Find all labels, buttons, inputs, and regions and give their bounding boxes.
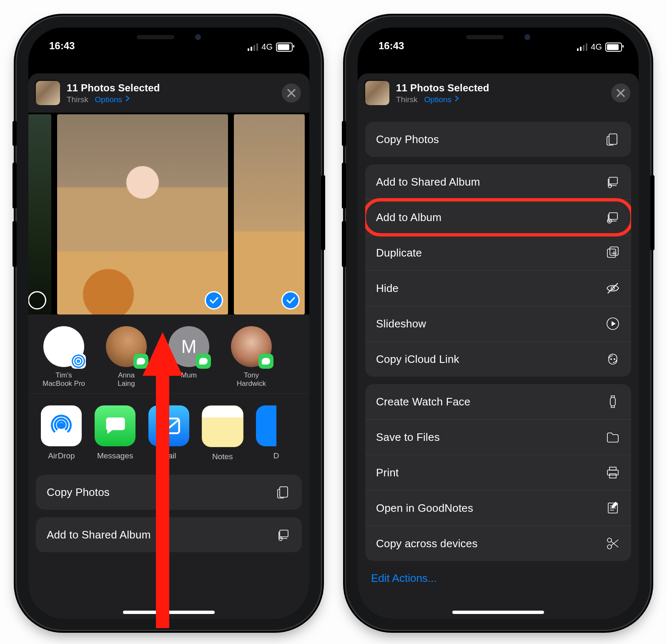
share-title: 11 Photos Selected [67,82,275,94]
contact-anna-laing[interactable]: AnnaLaing [102,326,151,387]
action-label: Duplicate [376,247,422,259]
share-location: Thirsk [67,95,88,104]
action-label: Print [376,466,399,479]
phone-right: 16:43 4G 11 Photos Selected Thirsk [346,17,650,630]
action-label: Open in GoodNotes [376,502,473,515]
battery-icon [276,43,293,52]
contact-tim-s-macbook-pro[interactable]: Tim'sMacBook Pro [39,326,88,387]
action-add-to-shared-album[interactable]: Add to Shared Album [365,164,631,199]
contact-mum[interactable]: M Mum [164,326,213,387]
action-label: Slideshow [376,317,426,330]
avatar [43,326,84,367]
app-label: Messages [93,451,138,460]
hide-icon [605,281,620,296]
photo-thumb[interactable] [28,114,51,314]
status-time: 16:43 [49,40,75,52]
action-copy-photos[interactable]: Copy Photos [365,122,631,157]
share-header: 11 Photos Selected Thirsk Options [358,73,639,113]
folder-icon [605,430,620,445]
status-time: 16:43 [379,40,404,52]
share-apps-row[interactable]: AirDrop Messages Mail Notes D [28,393,309,467]
messages-badge-icon [133,354,148,369]
close-button[interactable] [282,83,301,103]
app-notes[interactable]: Notes [200,405,245,461]
copy-icon [276,485,291,500]
signal-icon [577,43,587,51]
action-hide[interactable]: Hide [365,270,631,306]
action-add-to-shared-album[interactable]: Add to Shared Album [36,517,302,552]
header-thumb [36,81,60,105]
contact-tony-hardwick[interactable]: TonyHardwick [227,326,276,387]
action-open-in-goodnotes[interactable]: Open in GoodNotes [365,490,631,526]
note-icon [605,501,620,516]
contact-label: TonyHardwick [227,371,276,387]
action-label: Create Watch Face [376,395,470,408]
action-label: Add to Album [376,211,441,224]
action-save-to-files[interactable]: Save to Files [365,419,631,455]
app-label: AirDrop [39,451,84,460]
signal-icon [248,43,258,51]
battery-icon [605,43,622,52]
watch-icon [605,394,620,409]
airdrop-badge-icon [71,354,86,369]
action-label: Save to Files [376,431,440,444]
action-slideshow[interactable]: Slideshow [365,306,631,341]
photo-thumb[interactable] [57,114,228,314]
share-title: 11 Photos Selected [396,82,604,94]
app-partial[interactable]: D [254,405,298,461]
action-duplicate[interactable]: Duplicate [365,235,631,270]
messages-icon [95,405,135,446]
action-label: Copy Photos [47,486,110,499]
link-icon [605,352,620,367]
photo-thumb[interactable] [234,114,305,314]
share-sheet: 11 Photos Selected Thirsk Options [28,73,309,619]
checkmark-icon [281,291,300,309]
action-label: Add to Shared Album [47,528,151,541]
messages-badge-icon [258,354,273,369]
action-create-watch-face[interactable]: Create Watch Face [365,384,631,419]
avatar [231,326,272,367]
action-label: Copy iCloud Link [376,353,459,366]
airdrop-icon [41,405,82,446]
action-copy-photos[interactable]: Copy Photos [36,475,302,510]
album-icon [605,210,620,225]
phone-left: 16:43 4G 11 Photos Selected Thirsk [17,17,321,630]
action-list[interactable]: Copy Photos Add to Shared Album [28,467,309,619]
action-copy-icloud-link[interactable]: Copy iCloud Link [365,341,631,377]
action-label: Hide [376,282,399,295]
airdrop-contacts-row[interactable]: Tim'sMacBook Pro AnnaLaing M Mum TonyHar… [28,314,309,393]
avatar [106,326,147,367]
messages-badge-icon [196,354,211,369]
home-indicator[interactable] [452,611,544,614]
contact-label: Tim'sMacBook Pro [39,371,88,387]
action-print[interactable]: Print [365,455,631,490]
partial-icon [256,405,297,446]
action-add-to-album[interactable]: Add to Album [365,199,631,235]
app-airdrop[interactable]: AirDrop [39,405,84,461]
copy-icon [605,132,620,147]
app-label: D [254,451,298,460]
edit-actions-link[interactable]: Edit Actions... [365,561,631,588]
cut-icon [605,536,620,551]
app-label: Notes [200,452,245,461]
action-label: Add to Shared Album [376,176,480,189]
home-indicator[interactable] [123,611,215,614]
photo-strip[interactable] [28,113,309,314]
app-mail[interactable]: Mail [147,405,191,461]
action-copy-across-devices[interactable]: Copy across devices [365,526,631,561]
action-list[interactable]: Copy Photos Add to Shared Album Add to A… [358,113,639,619]
app-messages[interactable]: Messages [93,405,138,461]
checkmark-icon [205,291,223,309]
share-options-link[interactable]: Options [424,95,461,104]
close-button[interactable] [611,83,630,103]
dup-icon [605,245,620,260]
status-network: 4G [591,42,602,52]
shared-icon [276,527,291,542]
share-options-link[interactable]: Options [95,95,131,104]
play-icon [605,316,620,331]
share-location: Thirsk [396,95,418,104]
app-label: Mail [147,451,191,460]
contact-label: Mum [164,371,213,380]
share-sheet: 11 Photos Selected Thirsk Options [358,73,639,619]
status-network: 4G [261,42,273,52]
